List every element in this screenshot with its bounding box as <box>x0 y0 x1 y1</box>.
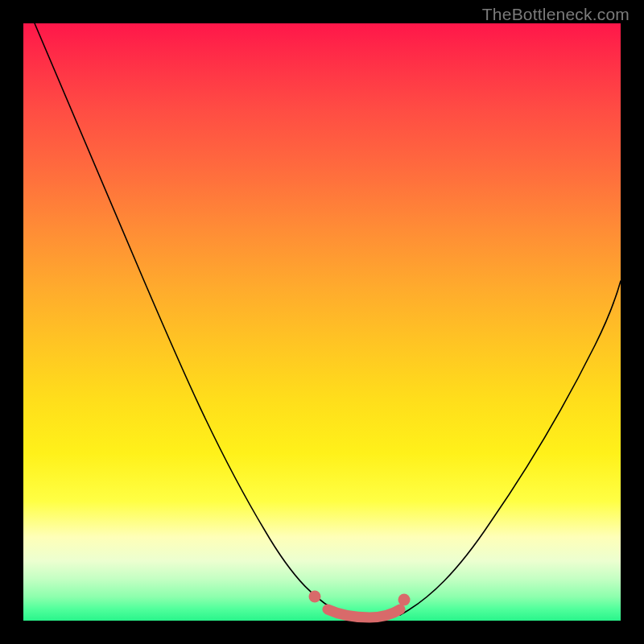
highlight-left-dot <box>309 591 321 603</box>
right-curve <box>400 281 621 615</box>
chart-plot-area <box>23 23 621 621</box>
highlight-right-dot <box>398 594 411 606</box>
outer-frame: TheBottleneck.com <box>0 0 644 644</box>
chart-svg <box>23 23 621 621</box>
highlight-bottom-segment <box>328 609 400 617</box>
watermark-text: TheBottleneck.com <box>482 5 630 24</box>
left-curve <box>35 23 345 615</box>
